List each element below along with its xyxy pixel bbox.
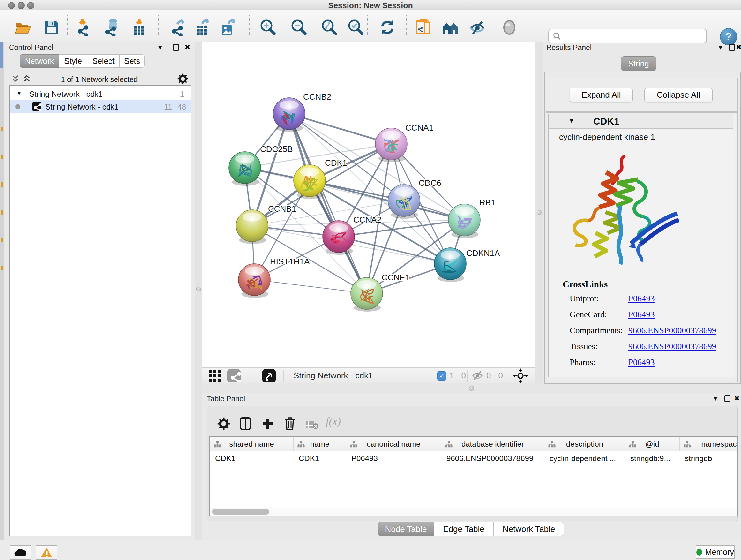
fit-selected-crosshair-icon[interactable] (513, 368, 528, 383)
zoom-in-icon[interactable] (259, 18, 277, 37)
column-header-shared-name[interactable]: shared name (210, 437, 293, 451)
table-cell[interactable]: 9606.ENSP00000378699 (441, 451, 544, 465)
table-panel-menu-icon[interactable]: ▼ (714, 396, 718, 401)
protein-card-header[interactable]: ▼ CDK1 (549, 114, 733, 129)
collapse-all-button[interactable]: Collapse All (644, 88, 713, 103)
tab-select[interactable]: Select (87, 54, 120, 68)
column-header-label: canonical name (346, 437, 441, 451)
crosslink-value-link[interactable]: P06493 (628, 358, 655, 368)
right-splitter[interactable] (535, 42, 543, 383)
network-svg[interactable]: CCNB2CCNA1CDC25BCDK1CDC6RB1CCNB1CCNA2CDK… (202, 42, 535, 367)
zoom-fit-icon[interactable] (320, 18, 338, 37)
network-node-CDK1[interactable]: CDK1 (293, 158, 347, 199)
network-options-gear-icon[interactable] (178, 73, 188, 84)
table-panel-float-icon[interactable] (724, 395, 731, 402)
warning-status-button[interactable] (36, 545, 57, 560)
crosslink-row: Compartments:9606.ENSP00000378699 (569, 322, 723, 338)
table-options-gear-icon[interactable] (217, 417, 230, 430)
import-network-from-database-icon[interactable] (104, 18, 121, 37)
table-cell[interactable]: cyclin-dependent ... (544, 451, 625, 465)
column-header-namespace[interactable]: namespace (680, 437, 738, 451)
expand-all-button[interactable]: Expand All (569, 88, 633, 103)
results-panel-float-icon[interactable] (729, 44, 735, 51)
splitter-handle[interactable] (196, 287, 201, 292)
export-network-icon[interactable] (170, 18, 188, 37)
results-panel-menu-icon[interactable]: ▼ (719, 45, 723, 51)
control-panel-menu-icon[interactable]: ▼ (158, 45, 162, 51)
network-node-HIST1H1A[interactable]: HIST1H1A (239, 257, 310, 298)
export-image-icon[interactable] (219, 18, 237, 37)
protein-card-collapse-icon[interactable]: ▼ (569, 118, 574, 124)
add-column-icon[interactable] (261, 417, 274, 430)
network-canvas[interactable]: CCNB2CCNA1CDC25BCDK1CDC6RB1CCNB1CCNA2CDK… (202, 42, 535, 367)
column-header-description[interactable]: description (544, 437, 625, 451)
first-neighbors-icon[interactable] (442, 18, 460, 37)
column-header-database-identifier[interactable]: database identifier (441, 437, 544, 451)
save-session-icon[interactable] (43, 18, 61, 37)
delete-table-icon[interactable] (306, 420, 319, 429)
tab-style[interactable]: Style (59, 54, 87, 68)
left-splitter[interactable] (195, 42, 202, 540)
memory-button[interactable]: Memory (696, 545, 735, 559)
column-header-label: name (293, 437, 346, 451)
search-input[interactable] (561, 31, 706, 41)
refresh-icon[interactable] (379, 18, 396, 37)
open-session-icon[interactable] (14, 18, 32, 37)
cloud-status-button[interactable] (10, 545, 31, 560)
table-cell[interactable]: stringdb:9... (625, 451, 680, 465)
hide-graphics-details-icon[interactable] (468, 18, 486, 37)
network-node-CDKN1A[interactable]: CDKN1A (434, 248, 500, 282)
tab-string[interactable]: String (621, 56, 656, 71)
import-network-from-file-icon[interactable] (75, 18, 93, 37)
tab-sets[interactable]: Sets (120, 54, 145, 68)
table-panel-close-icon[interactable]: ✖ (734, 395, 740, 401)
collection-expand-icon[interactable]: ▼ (17, 90, 21, 96)
splitter-handle[interactable] (469, 386, 474, 391)
results-panel-close-icon[interactable]: ✖ (736, 44, 741, 51)
table-cell[interactable]: P06493 (346, 451, 441, 465)
splitter-handle[interactable] (537, 210, 542, 215)
network-node-CCNB1[interactable]: CCNB1 (236, 204, 296, 244)
control-panel-float-icon[interactable] (173, 44, 179, 51)
delete-column-trash-icon[interactable] (284, 417, 296, 431)
network-node-CCNA1[interactable]: CCNA1 (375, 123, 433, 162)
table-cell[interactable]: CDK1 (210, 451, 293, 465)
network-row-selected[interactable]: String Network - cdk1 11 48 (10, 100, 191, 113)
birds-eye-view-icon[interactable] (262, 369, 276, 382)
table-row[interactable]: CDK1CDK1P064939606.ENSP00000378699cyclin… (210, 451, 737, 465)
network-node-RB1[interactable]: RB1 (448, 198, 495, 238)
table-scrollbar-thumb[interactable] (212, 509, 269, 515)
column-header--id[interactable]: @id (625, 437, 680, 451)
zoom-selected-icon[interactable] (347, 18, 364, 37)
tab-node-table[interactable]: Node Table (378, 522, 434, 536)
table-horizontal-scrollbar[interactable] (210, 508, 737, 516)
column-header-canonical-name[interactable]: canonical name (346, 437, 441, 451)
network-edge-HIST1H1A-CCNE1[interactable] (254, 280, 367, 294)
show-columns-icon[interactable] (239, 417, 252, 431)
show-graphics-details-icon[interactable] (500, 18, 518, 37)
network-view-string-icon[interactable] (227, 369, 241, 382)
tab-edge-table[interactable]: Edge Table (434, 522, 493, 536)
grid-view-icon[interactable] (208, 369, 221, 382)
clone-network-icon[interactable] (414, 18, 432, 37)
network-collection-row[interactable]: ▼ String Network - cdk1 1 (10, 87, 191, 100)
crosslink-value-link[interactable]: P06493 (628, 310, 655, 320)
import-table-from-file-icon[interactable] (130, 18, 148, 37)
table-cell[interactable]: CDK1 (293, 451, 346, 465)
export-table-icon[interactable] (193, 18, 211, 37)
network-edge-CCNB2-CCNE1[interactable] (289, 114, 367, 294)
column-header-name[interactable]: name (293, 437, 346, 451)
function-builder-icon[interactable]: f(x) (326, 415, 341, 428)
selected-checkbox-icon[interactable]: ✓ (437, 371, 447, 381)
results-scrollbar[interactable] (733, 114, 737, 376)
tab-network[interactable]: Network (20, 54, 59, 68)
tab-network-table[interactable]: Network Table (493, 522, 564, 536)
crosslink-value-link[interactable]: 9606.ENSP00000378699 (628, 326, 716, 335)
horizontal-splitter[interactable] (202, 383, 741, 393)
crosslink-value-link[interactable]: 9606.ENSP00000378699 (628, 341, 716, 352)
control-panel-close-icon[interactable]: ✖ (185, 44, 190, 51)
zoom-out-icon[interactable] (290, 18, 308, 37)
crosslink-value-link[interactable]: P06493 (628, 294, 655, 304)
table-cell[interactable]: stringdb (680, 451, 738, 465)
hidden-eye-slash-icon[interactable] (471, 370, 484, 381)
